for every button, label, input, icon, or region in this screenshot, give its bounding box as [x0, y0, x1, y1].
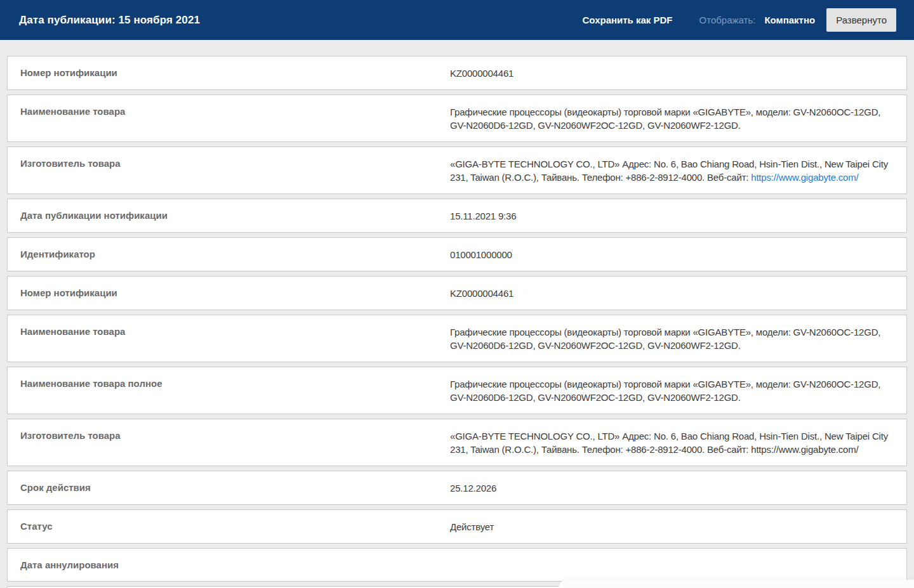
- row-label: Статус: [8, 510, 450, 543]
- table-row: Номер нотификацииKZ0000004461: [7, 276, 907, 310]
- display-mode-label: Отображать:: [699, 15, 756, 25]
- row-value: Графические процессоры (видеокарты) торг…: [450, 95, 906, 141]
- header-bar: Дата публикации: 15 ноября 2021 Сохранит…: [0, 0, 914, 40]
- table-row: Изготовитель товара«GIGA-BYTE TECHNOLOGY…: [7, 147, 907, 194]
- table-row: Срок действия25.12.2026: [7, 471, 907, 505]
- row-label: Дата аннулирования: [8, 549, 450, 581]
- display-compact-button[interactable]: Компактно: [764, 15, 815, 25]
- display-expanded-button[interactable]: Развернуто: [826, 8, 896, 32]
- row-label: Идентификатор: [8, 238, 450, 271]
- table-row: Идентификатор010001000000: [7, 237, 907, 271]
- bottom-right-popup-edge: [559, 580, 914, 588]
- website-link[interactable]: https://www.gigabyte.com/: [751, 172, 858, 183]
- page-title: Дата публикации: 15 ноября 2021: [19, 14, 200, 27]
- table-row: СтатусДействует: [7, 509, 907, 544]
- row-label: Срок действия: [8, 471, 450, 504]
- row-label: Дата публикации нотификации: [8, 199, 450, 232]
- row-value: 15.11.2021 9:36: [450, 199, 906, 232]
- table-row: Дата публикации нотификации15.11.2021 9:…: [7, 199, 907, 233]
- row-value: 25.12.2026: [450, 471, 906, 504]
- row-label: Наименование товара: [8, 315, 450, 362]
- table-row: Дата аннулирования: [7, 548, 907, 582]
- row-label: Наименование товара: [8, 95, 450, 141]
- table-row: Наименование товараГрафические процессор…: [7, 95, 907, 142]
- table-row: Наименование товара полноеГрафические пр…: [7, 367, 907, 414]
- table-row: Изготовитель товара«GIGA-BYTE TECHNOLOGY…: [7, 419, 907, 466]
- notification-details: Номер нотификацииKZ0000004461Наименовани…: [7, 56, 907, 588]
- row-label: Изготовитель товара: [8, 419, 450, 466]
- row-label: Номер нотификации: [8, 277, 450, 310]
- row-value: [450, 549, 906, 581]
- table-row: Наименование товараГрафические процессор…: [7, 315, 907, 362]
- row-label: Наименование товара полное: [8, 367, 450, 414]
- row-value: «GIGA-BYTE TECHNOLOGY CO., LTD» Адрес: N…: [450, 419, 906, 466]
- row-value: «GIGA-BYTE TECHNOLOGY CO., LTD» Адрес: N…: [450, 147, 906, 193]
- row-value: KZ0000004461: [450, 56, 906, 89]
- row-label: Изготовитель товара: [8, 147, 450, 193]
- row-value: Графические процессоры (видеокарты) торг…: [450, 315, 906, 362]
- row-value: Действует: [450, 510, 906, 543]
- save-pdf-button[interactable]: Сохранить как PDF: [583, 15, 673, 25]
- row-label: Номер нотификации: [8, 56, 450, 89]
- table-row: Номер нотификацииKZ0000004461: [7, 56, 907, 90]
- row-value: KZ0000004461: [450, 277, 906, 310]
- row-value: 010001000000: [450, 238, 906, 271]
- header-controls: Сохранить как PDF Отображать: Компактно …: [583, 8, 896, 32]
- row-value: Графические процессоры (видеокарты) торг…: [450, 367, 906, 414]
